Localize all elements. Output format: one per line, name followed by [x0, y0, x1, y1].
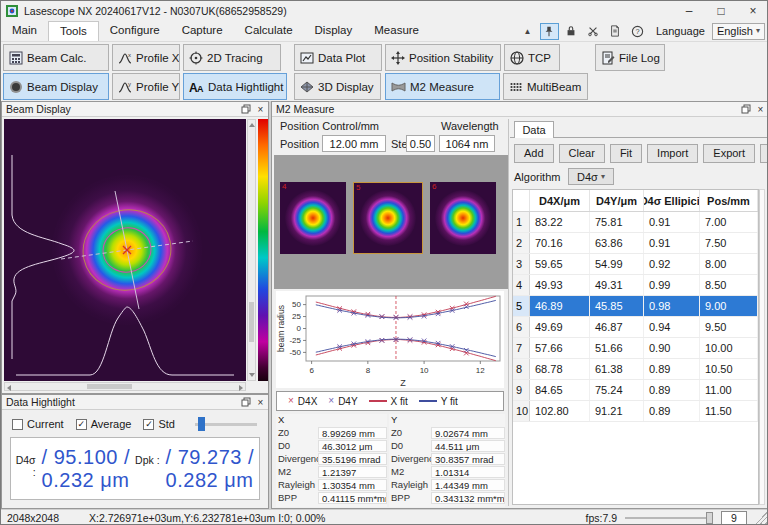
step-input[interactable]: 0.50 — [406, 135, 435, 152]
profile-x-button[interactable]: x Profile X — [112, 44, 180, 71]
table-row[interactable]: 4 49.93 49.31 0.99 8.50 — [513, 275, 758, 296]
table-row[interactable]: 8 68.78 61.38 0.89 10.50 — [513, 359, 758, 380]
position-input[interactable]: 12.00 mm — [322, 135, 386, 152]
lock-button[interactable] — [562, 23, 581, 40]
beam-h-scrollbar[interactable] — [4, 382, 246, 391]
panel-splitter[interactable] — [508, 119, 509, 506]
beam-canvas[interactable] — [4, 119, 246, 381]
close-button[interactable]: × — [737, 2, 768, 21]
close-panel-button[interactable]: × — [753, 103, 768, 116]
option-checkbox[interactable]: ✓ Current — [12, 418, 64, 430]
data-action-button[interactable]: Import — [647, 144, 698, 163]
restore-button[interactable] — [738, 103, 753, 116]
std-slider[interactable] — [195, 417, 257, 431]
fit-param-label: Z0 — [276, 427, 318, 438]
lock-icon — [565, 25, 577, 37]
globe-icon — [510, 51, 524, 65]
value-label: Dpk : — [135, 454, 160, 466]
cell-d4y: 63.86 — [590, 233, 644, 253]
cut-button[interactable] — [584, 23, 603, 40]
fit-param-value: 8.99269 mm — [318, 427, 387, 439]
menu-tab[interactable]: Tools — [48, 21, 99, 41]
file-log-icon — [601, 51, 615, 65]
fps-value[interactable]: 9 — [721, 511, 747, 525]
position-stability-button[interactable]: Position Stability — [385, 44, 501, 71]
algorithm-select[interactable]: D4σ ▾ — [568, 168, 614, 185]
slider-handle[interactable] — [706, 512, 713, 524]
display-3d-button[interactable]: 3D Display — [294, 73, 381, 100]
cell-ellipticity: 0.91 — [644, 233, 700, 253]
data-action-button[interactable]: Report — [760, 144, 768, 163]
beam-thumbnail[interactable]: 5 — [353, 182, 423, 254]
option-checkbox[interactable]: ✓ Average — [76, 418, 132, 430]
data-action-button[interactable]: Clear — [559, 144, 605, 163]
multibeam-button[interactable]: MultiBeam — [503, 73, 588, 100]
tcp-button[interactable]: TCP — [504, 44, 560, 71]
minimize-button[interactable]: – — [673, 2, 705, 21]
collapse-button[interactable]: ▲ — [518, 23, 537, 40]
table-row[interactable]: 10 102.80 91.21 0.89 11.50 — [513, 401, 758, 422]
data-plot-button[interactable]: Data Plot — [294, 44, 382, 71]
fit-param-value: 9.02674 mm — [431, 427, 505, 439]
m2-measure-button[interactable]: M2 Measure — [385, 73, 500, 100]
profile-y-button[interactable]: y Profile Y — [112, 73, 180, 100]
resize-grip[interactable] — [755, 512, 767, 524]
close-panel-button[interactable]: × — [253, 103, 268, 116]
close-panel-button[interactable]: × — [253, 396, 268, 409]
data-action-button[interactable]: Fit — [610, 144, 642, 163]
file-log-button[interactable]: File Log — [595, 44, 665, 71]
table-row[interactable]: 5 46.89 45.85 0.98 9.00 — [513, 296, 758, 317]
beam-calc-button[interactable]: Beam Calc. — [3, 44, 109, 71]
menu-tab[interactable]: Capture — [171, 21, 234, 41]
pin-button[interactable] — [540, 23, 559, 40]
menu-tab[interactable]: Display — [304, 21, 364, 41]
beam-thumbnail[interactable]: 6 — [430, 182, 496, 254]
restore-button[interactable] — [238, 396, 253, 409]
beam-display-button[interactable]: Beam Display — [3, 73, 109, 100]
data-action-button[interactable]: Export — [703, 144, 755, 163]
beam-thumbnail[interactable]: 4 — [280, 182, 346, 254]
table-scrollbar[interactable] — [759, 189, 765, 505]
fit-param-label: Rayleigh — [389, 479, 431, 490]
svg-text:-50: -50 — [289, 348, 301, 357]
option-checkbox[interactable]: ✓ Std — [143, 418, 175, 430]
slider-handle[interactable] — [198, 417, 205, 431]
language-select[interactable]: English ▾ — [712, 23, 765, 40]
maximize-button[interactable]: □ — [705, 2, 737, 21]
fit-param-label: Z0 — [389, 427, 431, 438]
thumbnail-strip: 4 5 6 — [274, 155, 508, 289]
checkbox-icon: ✓ — [12, 419, 23, 430]
v-scroll-thumb[interactable] — [249, 302, 254, 342]
table-row[interactable]: 3 59.65 54.99 0.92 8.00 — [513, 254, 758, 275]
h-scroll-thumb[interactable] — [87, 384, 132, 389]
target-icon — [189, 51, 203, 65]
cell-position: 9.00 — [700, 296, 758, 316]
table-row[interactable]: 6 49.69 46.87 0.94 9.50 — [513, 317, 758, 338]
tab-data[interactable]: Data — [514, 121, 554, 138]
table-row[interactable]: 1 83.22 75.81 0.91 7.00 — [513, 212, 758, 233]
menu-tab[interactable]: Calculate — [234, 21, 304, 41]
wavelength-input[interactable]: 1064 nm — [439, 135, 495, 152]
menu-tab[interactable]: Main — [1, 21, 48, 41]
table-row[interactable]: 2 70.16 63.86 0.91 7.50 — [513, 233, 758, 254]
help-button[interactable]: ? — [628, 23, 647, 40]
data-action-button[interactable]: Add — [514, 144, 554, 163]
cell-ellipticity: 0.89 — [644, 401, 700, 421]
cell-ellipticity: 0.89 — [644, 380, 700, 400]
fps-slider[interactable] — [625, 511, 713, 525]
menu-tab[interactable]: Measure — [363, 21, 430, 41]
fit-param-label: Divergence — [389, 453, 431, 464]
legend-item: × X fit — [369, 396, 408, 407]
cell-d4x: 46.89 — [530, 296, 590, 316]
restore-button[interactable] — [238, 103, 253, 116]
cell-ellipticity: 0.91 — [644, 212, 700, 232]
data-highlight-button[interactable]: AA Data Hightlight — [183, 73, 287, 100]
tracing-2d-button[interactable]: 2D Tracing — [183, 44, 281, 71]
snapshot-button[interactable] — [606, 23, 625, 40]
table-row[interactable]: 9 84.65 75.24 0.89 11.00 — [513, 380, 758, 401]
menu-tab[interactable]: Configure — [99, 21, 171, 41]
table-row[interactable]: 7 57.66 51.66 0.90 10.00 — [513, 338, 758, 359]
column-header: Pos/mm — [700, 190, 758, 211]
cell-d4x: 49.93 — [530, 275, 590, 295]
beam-v-scrollbar[interactable] — [247, 119, 256, 381]
